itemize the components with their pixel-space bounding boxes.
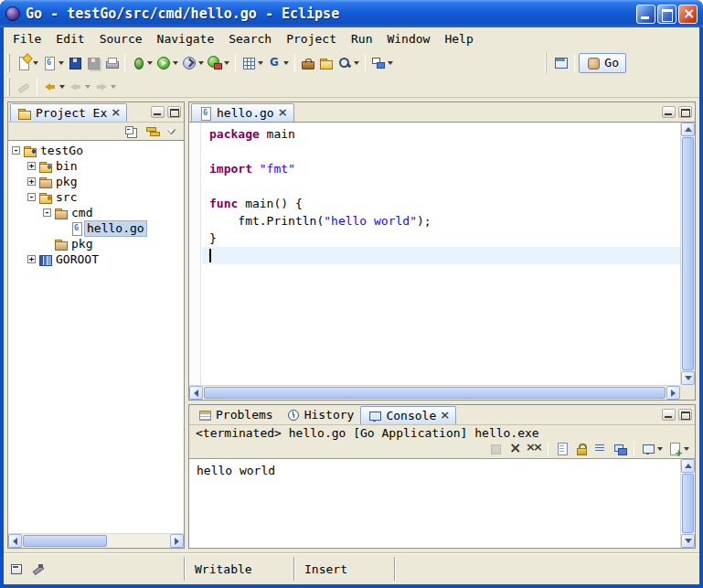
close-tab-icon[interactable] bbox=[111, 108, 120, 119]
dropdown-arrow-icon[interactable] bbox=[85, 85, 91, 89]
tab-project-explorer[interactable]: Project Ex bbox=[10, 103, 127, 122]
tree-item-src[interactable]: -src bbox=[8, 189, 184, 205]
dropdown-arrow-icon[interactable] bbox=[111, 85, 116, 89]
expander-src[interactable]: - bbox=[27, 193, 36, 201]
scroll-left-button[interactable] bbox=[8, 534, 22, 548]
menu-window[interactable]: Window bbox=[379, 29, 437, 48]
dropdown-arrow-icon[interactable] bbox=[173, 61, 178, 65]
close-tab-icon[interactable] bbox=[440, 411, 449, 422]
profile-button[interactable] bbox=[180, 52, 206, 74]
external-tools-button[interactable] bbox=[206, 52, 231, 74]
menu-edit[interactable]: Edit bbox=[48, 29, 91, 48]
toolbar-grip[interactable] bbox=[7, 54, 10, 72]
minimize-view-button[interactable] bbox=[151, 106, 165, 118]
tree-item-cmd[interactable]: -cmd bbox=[8, 205, 184, 220]
scroll-right-button[interactable] bbox=[666, 386, 680, 400]
maximize-view-button[interactable] bbox=[678, 106, 692, 118]
scroll-right-button[interactable] bbox=[170, 534, 184, 548]
titlebar[interactable]: Go - testGo/src/cmd/hello.go - Eclipse bbox=[0, 0, 703, 27]
tab-problems[interactable]: Problems bbox=[191, 406, 280, 424]
maximize-button[interactable] bbox=[657, 5, 676, 24]
open-console-button[interactable] bbox=[666, 438, 691, 460]
scroll-left-button[interactable] bbox=[189, 386, 203, 400]
maximize-view-button[interactable] bbox=[678, 409, 692, 421]
dropdown-arrow-icon[interactable] bbox=[59, 85, 65, 89]
collapse-all-button[interactable] bbox=[122, 121, 140, 143]
go-perspective-button[interactable]: Go bbox=[579, 53, 626, 73]
menu-project[interactable]: Project bbox=[279, 29, 344, 48]
search-button[interactable] bbox=[336, 52, 361, 74]
code-editor[interactable]: package mainimport "fmt"func main() { fm… bbox=[189, 122, 695, 400]
editor-vscrollbar[interactable] bbox=[680, 123, 695, 385]
expander-bin[interactable]: + bbox=[27, 162, 36, 170]
expander-pkg[interactable]: + bbox=[27, 177, 36, 186]
debug-button[interactable] bbox=[129, 52, 154, 74]
scroll-down-button[interactable] bbox=[681, 534, 695, 548]
terminate-button[interactable] bbox=[486, 438, 505, 460]
save-all-button[interactable] bbox=[84, 52, 102, 74]
go-grid-button[interactable] bbox=[240, 52, 265, 74]
menu-source[interactable]: Source bbox=[92, 29, 150, 48]
minimize-view-button[interactable] bbox=[662, 409, 676, 421]
save-button[interactable] bbox=[66, 52, 84, 74]
build-status-button[interactable] bbox=[29, 558, 48, 580]
clear-console-button[interactable] bbox=[553, 438, 571, 460]
dropdown-arrow-icon[interactable] bbox=[283, 61, 289, 65]
menu-file[interactable]: File bbox=[5, 29, 48, 48]
tree-item-pkg[interactable]: pkg bbox=[8, 236, 184, 251]
new-go-file-button[interactable] bbox=[40, 52, 66, 74]
minimize-view-button[interactable] bbox=[662, 106, 676, 118]
console-vscrollbar[interactable] bbox=[680, 459, 695, 548]
menu-search[interactable]: Search bbox=[221, 29, 279, 48]
pin-console-button[interactable] bbox=[611, 438, 629, 460]
toolbox-button[interactable] bbox=[299, 52, 317, 74]
menu-help[interactable]: Help bbox=[437, 29, 480, 48]
dropdown-arrow-icon[interactable] bbox=[33, 61, 38, 65]
new-wizard-button[interactable] bbox=[15, 52, 40, 74]
maximize-view-button[interactable] bbox=[167, 106, 181, 118]
close-button[interactable] bbox=[678, 5, 698, 24]
expander-cmd[interactable]: - bbox=[43, 208, 51, 217]
dropdown-arrow-icon[interactable] bbox=[198, 61, 204, 65]
scroll-up-button[interactable] bbox=[681, 123, 695, 136]
fast-view-button[interactable] bbox=[7, 558, 26, 580]
menu-navigate[interactable]: Navigate bbox=[150, 29, 222, 48]
scrollbar-thumb[interactable] bbox=[682, 137, 694, 370]
open-perspective-button[interactable] bbox=[552, 52, 570, 74]
run-button[interactable] bbox=[154, 52, 180, 74]
word-wrap-button[interactable] bbox=[591, 438, 610, 460]
scroll-down-button[interactable] bbox=[681, 371, 695, 385]
explorer-hscrollbar[interactable] bbox=[8, 533, 184, 548]
expander-goroot[interactable]: + bbox=[27, 255, 36, 263]
dropdown-arrow-icon[interactable] bbox=[657, 447, 663, 451]
tree-item-pkg[interactable]: +pkg bbox=[8, 174, 184, 189]
dropdown-arrow-icon[interactable] bbox=[59, 61, 64, 65]
forward-button[interactable] bbox=[92, 76, 118, 98]
console-output[interactable]: hello world bbox=[189, 458, 695, 548]
view-menu-button[interactable] bbox=[165, 121, 176, 143]
tree-item-goroot[interactable]: +GOROOT bbox=[8, 251, 184, 267]
tab-console[interactable]: Console bbox=[360, 406, 456, 424]
code-content[interactable]: package mainimport "fmt"func main() { fm… bbox=[202, 123, 680, 385]
tree-item-bin[interactable]: +bin bbox=[8, 158, 184, 174]
back-to-file-button[interactable] bbox=[41, 76, 67, 98]
scrollbar-thumb[interactable] bbox=[682, 474, 694, 533]
link-with-editor-button[interactable] bbox=[144, 121, 162, 143]
dropdown-arrow-icon[interactable] bbox=[147, 61, 153, 65]
dropdown-arrow-icon[interactable] bbox=[684, 447, 689, 451]
team-sync-button[interactable] bbox=[369, 52, 395, 74]
last-edit-location-button[interactable] bbox=[15, 76, 33, 98]
display-console-button[interactable] bbox=[639, 438, 665, 460]
scrollbar-thumb[interactable] bbox=[23, 535, 107, 547]
go-tool-button[interactable] bbox=[265, 52, 291, 74]
tab-history[interactable]: History bbox=[280, 406, 361, 424]
dropdown-arrow-icon[interactable] bbox=[258, 61, 263, 65]
dropdown-arrow-icon[interactable] bbox=[354, 61, 359, 65]
remove-launch-button[interactable] bbox=[506, 438, 524, 460]
minimize-button[interactable] bbox=[636, 5, 655, 24]
dropdown-arrow-icon[interactable] bbox=[224, 61, 229, 65]
close-tab-icon[interactable] bbox=[278, 108, 287, 119]
tab-hello-go[interactable]: hello.go bbox=[191, 103, 294, 122]
open-folder-button[interactable] bbox=[317, 52, 336, 74]
tree-item-testgo[interactable]: -testGo bbox=[8, 143, 184, 158]
